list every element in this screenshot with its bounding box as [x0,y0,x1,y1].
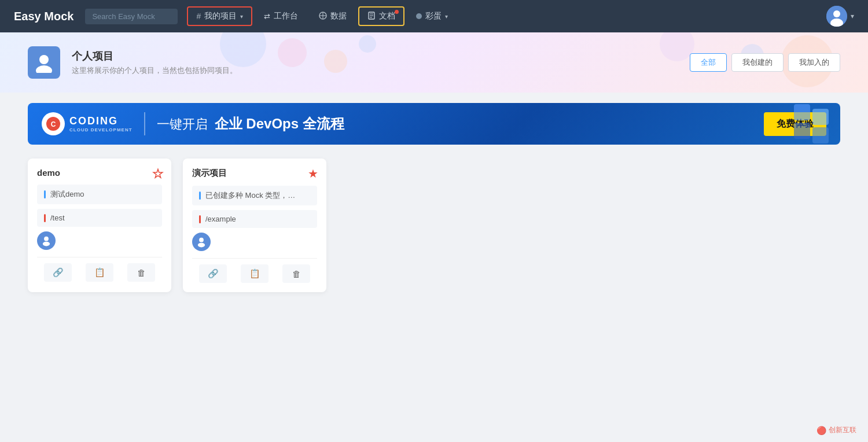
hash-icon: # [196,12,201,21]
svg-point-8 [833,10,840,17]
nav-item-my-projects[interactable]: # 我的项目 ▾ [187,6,252,26]
coding-logo-icon: C [42,112,65,135]
project-title-demo-project: 演示项目 [192,168,317,179]
filter-buttons: 全部 我创建的 我加入的 [690,53,840,72]
svg-point-11 [36,65,52,73]
user-menu[interactable]: ▾ [826,6,854,27]
project-card-demo: ★ demo 测试demo /test 🔗 📋 🗑 [28,159,171,292]
method-bar-blue-1 [199,191,201,200]
notification-dot [395,10,399,14]
nav-item-easter-egg[interactable]: 彩蛋 ▾ [407,6,457,26]
project-user-avatar-demo [37,231,56,250]
docs-icon [367,12,376,21]
svg-point-14 [44,237,49,241]
banner-divider [144,112,145,135]
filter-created-button[interactable]: 我创建的 [731,53,784,72]
nav-label-data: 数据 [330,11,347,21]
project-card-demo-project: ★ 演示项目 已创建多种 Mock 类型，只需点... /example 🔗 📋… [183,159,326,292]
banner-wrapper: C CODING CLOUD DEVELOPMENT 一键开启 企业 DevOp… [0,93,868,145]
hero-section: 个人项目 这里将展示你的个人项目，当然也包括协同项目。 全部 我创建的 我加入的 [0,32,868,93]
nav-item-data[interactable]: 数据 [310,6,356,26]
nav-items: # 我的项目 ▾ ⇄ 工作台 数据 文档 彩蛋 ▾ [187,6,822,26]
project-actions-demo: 🔗 📋 🗑 [37,257,162,282]
filter-joined-button[interactable]: 我加入的 [788,53,840,72]
api-item-0-0[interactable]: 测试demo [37,185,162,204]
api-path-0-0: 测试demo [50,189,84,200]
banner-decorative-cubes [794,104,829,143]
project-title-demo: demo [37,168,162,178]
api-item-1-1[interactable]: /example [192,210,317,228]
data-icon [319,12,327,21]
hero-subtitle: 这里将展示你的个人项目，当然也包括协同项目。 [72,65,237,76]
action-delete-demo[interactable]: 🗑 [127,263,155,282]
user-dropdown-arrow: ▾ [851,12,854,20]
project-actions-demo-project: 🔗 📋 🗑 [192,258,317,283]
svg-text:C: C [51,120,56,128]
watermark-text: 创新互联 [829,425,856,435]
method-bar-blue-0 [44,190,46,198]
api-item-0-1[interactable]: /test [37,209,162,227]
search-input[interactable] [85,9,178,24]
action-link-demo-project[interactable]: 🔗 [199,264,227,283]
watermark: 🔴 创新互联 [816,425,856,435]
svg-point-17 [198,243,205,248]
projects-grid: ★ demo 测试demo /test 🔗 📋 🗑 ★ 演示项目 已创建多 [0,145,868,306]
coding-logo-text: CODING CLOUD DEVELOPMENT [69,115,133,132]
star-icon-demo[interactable]: ★ [153,167,163,181]
nav-label-docs: 文档 [379,11,395,21]
chevron-down-icon: ▾ [240,13,243,20]
api-path-1-1: /example [205,215,236,223]
workbench-icon: ⇄ [264,12,270,21]
hero-content: 个人项目 这里将展示你的个人项目，当然也包括协同项目。 [28,46,690,79]
nav-item-workbench[interactable]: ⇄ 工作台 [255,6,307,26]
method-bar-red-1 [199,215,201,223]
circle-icon [416,13,422,19]
banner-main-text: 一键开启 企业 DevOps 全流程 [157,115,752,133]
svg-point-10 [39,55,49,64]
api-item-1-0[interactable]: 已创建多种 Mock 类型，只需点... [192,186,317,205]
nav-label-workbench: 工作台 [274,11,298,21]
svg-point-15 [43,242,50,246]
api-path-1-0: 已创建多种 Mock 类型，只需点... [205,190,298,201]
nav-label-easter-egg: 彩蛋 [425,11,442,21]
action-copy-demo-project[interactable]: 📋 [241,264,269,283]
nav-label-my-projects: 我的项目 [204,11,237,21]
hero-avatar-icon [28,46,60,79]
action-delete-demo-project[interactable]: 🗑 [282,264,310,283]
avatar [826,6,847,27]
star-icon-demo-project[interactable]: ★ [308,167,318,181]
hero-title: 个人项目 [72,49,237,63]
action-link-demo[interactable]: 🔗 [44,263,72,282]
method-bar-red-0 [44,214,46,222]
coding-logo: C CODING CLOUD DEVELOPMENT [42,112,133,135]
nav-item-docs[interactable]: 文档 [358,6,404,26]
svg-point-16 [199,238,204,242]
navbar: Easy Mock # 我的项目 ▾ ⇄ 工作台 数据 文档 [0,0,868,32]
chevron-down-icon-2: ▾ [445,13,448,20]
coding-banner[interactable]: C CODING CLOUD DEVELOPMENT 一键开启 企业 DevOp… [28,103,840,145]
action-copy-demo[interactable]: 📋 [86,263,113,282]
api-path-0-1: /test [50,213,65,222]
filter-all-button[interactable]: 全部 [690,53,727,72]
project-user-avatar-demo-project [192,233,211,251]
hero-text-block: 个人项目 这里将展示你的个人项目，当然也包括协同项目。 [72,49,237,76]
brand-name: Easy Mock [14,10,73,23]
watermark-icon: 🔴 [816,426,826,435]
